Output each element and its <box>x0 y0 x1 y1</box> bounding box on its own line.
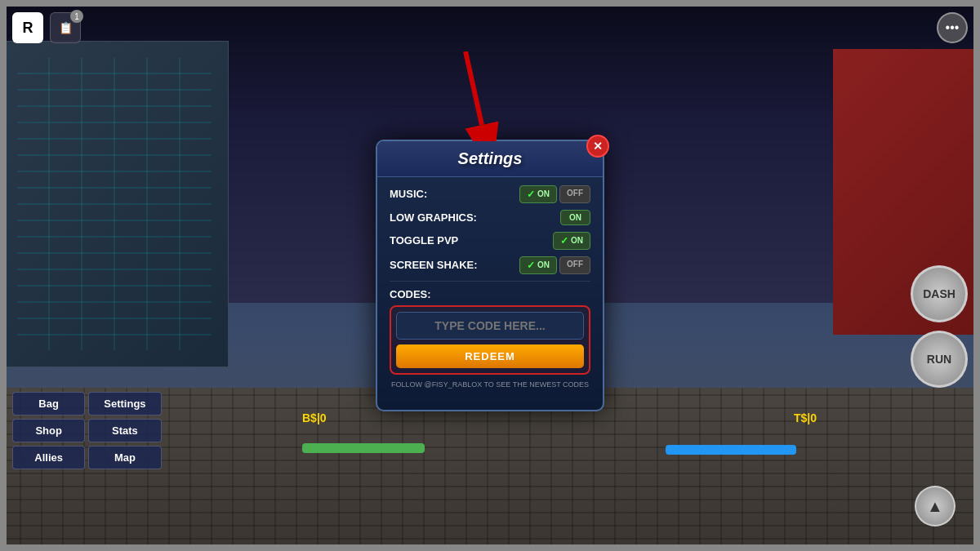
modal-title: Settings <box>458 149 523 167</box>
toggle-pvp-setting-row: TOGGLE PVP ✓ ON <box>390 232 590 250</box>
music-on-toggle[interactable]: ✓ ON <box>519 185 557 203</box>
screen-shake-toggle-group: ✓ ON OFF <box>519 256 590 274</box>
low-graphics-setting-row: LOW GRAPHICS: ON <box>390 210 590 225</box>
modal-overlay: Settings ✕ MUSIC: ✓ ON OFF LOW GRAPHICS: <box>0 0 980 551</box>
code-input[interactable] <box>396 312 584 340</box>
red-arrow-annotation <box>449 51 514 141</box>
modal-header: Settings ✕ <box>377 141 603 177</box>
close-button[interactable]: ✕ <box>586 135 609 158</box>
low-graphics-on-toggle[interactable]: ON <box>560 210 590 225</box>
toggle-pvp-on-label: ON <box>571 236 583 245</box>
toggle-pvp-label: TOGGLE PVP <box>390 234 458 247</box>
redeem-button[interactable]: REDEEM <box>396 344 584 368</box>
divider <box>390 281 590 282</box>
low-graphics-label: LOW GRAPHICS: <box>390 211 477 224</box>
music-setting-row: MUSIC: ✓ ON OFF <box>390 185 590 203</box>
music-on-label: ON <box>537 189 550 198</box>
toggle-pvp-on[interactable]: ✓ ON <box>553 232 590 250</box>
music-label: MUSIC: <box>390 188 427 200</box>
low-graphics-on-label: ON <box>569 213 581 222</box>
music-toggle-group: ✓ ON OFF <box>519 185 590 203</box>
settings-modal: Settings ✕ MUSIC: ✓ ON OFF LOW GRAPHICS: <box>376 140 604 412</box>
screen-shake-on-toggle[interactable]: ✓ ON <box>519 256 557 274</box>
music-off-toggle[interactable]: OFF <box>559 185 590 203</box>
shake-check-icon: ✓ <box>527 260 535 271</box>
screen-shake-label: SCREEN SHAKE: <box>390 259 478 271</box>
codes-label: CODES: <box>390 288 590 300</box>
screen-shake-on-label: ON <box>537 260 550 269</box>
codes-section: CODES: REDEEM FOLLOW @FISY_RABLOX TO SEE… <box>390 288 590 390</box>
follow-text: FOLLOW @FISY_RABLOX TO SEE THE NEWEST CO… <box>390 380 590 390</box>
music-check-icon: ✓ <box>527 189 535 200</box>
screen-shake-off-toggle[interactable]: OFF <box>559 256 590 274</box>
code-input-wrapper: REDEEM <box>390 305 590 375</box>
screen-shake-setting-row: SCREEN SHAKE: ✓ ON OFF <box>390 256 590 274</box>
modal-body: MUSIC: ✓ ON OFF LOW GRAPHICS: ON TOGGL <box>377 177 603 398</box>
svg-line-1 <box>466 51 482 125</box>
pvp-check-icon: ✓ <box>560 235 568 247</box>
